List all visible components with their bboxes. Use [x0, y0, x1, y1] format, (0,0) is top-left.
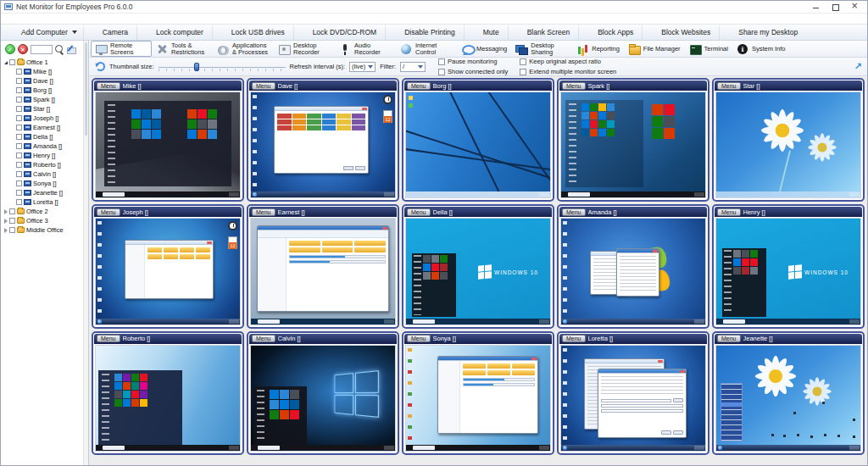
- maximize-icon[interactable]: [832, 3, 839, 11]
- remote-screen[interactable]: [715, 345, 861, 452]
- thumbnail-menu-button[interactable]: Menu: [252, 335, 275, 342]
- feature-tab[interactable]: Desktop Recorder: [274, 41, 335, 57]
- option-checkbox-row[interactable]: Extend multiple monitor screen: [520, 68, 616, 76]
- thumbnail-loretta[interactable]: Menu Loretta []: [557, 331, 709, 455]
- sidebar-computer-item[interactable]: Calvin []: [3, 169, 83, 179]
- thumbnail-menu-button[interactable]: Menu: [252, 82, 275, 90]
- feature-tab[interactable]: Audio Recorder: [335, 41, 396, 57]
- thumbnail-star[interactable]: Menu Star []: [712, 78, 865, 202]
- sidebar-computer-item[interactable]: Jeanette []: [3, 188, 83, 197]
- toolbar-button[interactable]: Lock USB drives: [214, 25, 294, 40]
- thumbnail-calvin[interactable]: Menu Calvin []: [247, 331, 399, 455]
- sidebar-group-office1[interactable]: Office 1: [3, 58, 83, 67]
- remote-screen[interactable]: [95, 92, 241, 198]
- remote-screen[interactable]: [250, 345, 396, 452]
- group-checkbox[interactable]: [9, 227, 15, 233]
- remote-screen[interactable]: [560, 218, 706, 325]
- computer-checkbox[interactable]: [16, 153, 22, 158]
- remote-screen[interactable]: [405, 345, 551, 452]
- computer-checkbox[interactable]: [16, 106, 22, 112]
- sidebar-group-item[interactable]: Office 2: [3, 207, 83, 216]
- toolbar-button[interactable]: Lock computer: [139, 25, 213, 40]
- computer-checkbox[interactable]: [16, 190, 22, 196]
- disconnect-all-icon[interactable]: ×: [18, 44, 28, 54]
- toolbar-button[interactable]: Block Websites: [644, 25, 720, 40]
- toolbar-button[interactable]: Camera: [86, 25, 137, 40]
- thumbnail-menu-button[interactable]: Menu: [717, 335, 741, 342]
- sidebar-scrollbar[interactable]: [83, 41, 88, 465]
- thumbnail-sonya[interactable]: Menu Sonya []: [402, 331, 554, 455]
- expander-open-icon[interactable]: [4, 61, 8, 64]
- thumbnail-roberto[interactable]: Menu Roberto []: [92, 331, 244, 455]
- thumbnail-dave[interactable]: Menu Dave [] 12: [247, 78, 399, 202]
- close-icon[interactable]: [851, 3, 859, 11]
- thumbnail-menu-button[interactable]: Menu: [562, 208, 586, 216]
- expander-closed-icon[interactable]: [4, 228, 8, 233]
- toolbar-button[interactable]: Disable Printing: [387, 25, 465, 40]
- feature-tab[interactable]: System Info: [732, 41, 790, 57]
- computer-checkbox[interactable]: [16, 78, 22, 84]
- feature-tab[interactable]: Desktop Sharing: [511, 41, 572, 57]
- remote-screen[interactable]: [560, 92, 706, 198]
- sidebar-computer-item[interactable]: Spark []: [3, 95, 83, 104]
- thumbnail-jeanette[interactable]: Menu Jeanette []: [712, 331, 865, 455]
- checkbox[interactable]: [520, 69, 526, 75]
- sidebar-computer-item[interactable]: Roberto []: [3, 160, 83, 169]
- sidebar-computer-item[interactable]: Dave []: [3, 76, 83, 86]
- thumbnail-menu-button[interactable]: Menu: [407, 335, 431, 342]
- remote-screen[interactable]: WINDOWS 10: [405, 218, 551, 325]
- thumbnail-joseph[interactable]: Menu Joseph [] 12: [92, 204, 244, 328]
- sidebar-computer-item[interactable]: Sonya []: [3, 179, 83, 188]
- sidebar-computer-item[interactable]: Henry []: [3, 151, 83, 160]
- sidebar-computer-item[interactable]: Earnest []: [3, 123, 83, 132]
- expander-closed-icon[interactable]: [4, 209, 8, 214]
- sidebar-search-input[interactable]: [31, 45, 53, 54]
- connect-all-icon[interactable]: ✓: [5, 44, 15, 54]
- remote-screen[interactable]: 12: [250, 92, 396, 198]
- remote-screen[interactable]: [560, 345, 706, 452]
- thumbnail-menu-button[interactable]: Menu: [562, 335, 586, 342]
- computer-checkbox[interactable]: [16, 199, 22, 205]
- sidebar-group-item[interactable]: Middle Office: [3, 225, 83, 235]
- thumbnail-amanda[interactable]: Menu Amanda []: [557, 204, 709, 328]
- group-checkbox[interactable]: [9, 218, 15, 224]
- feature-tab[interactable]: Internet Control: [396, 41, 457, 57]
- filter-select[interactable]: /: [400, 62, 426, 72]
- sidebar-computer-item[interactable]: Della []: [3, 132, 83, 141]
- sidebar-computer-item[interactable]: Borg []: [3, 86, 83, 95]
- remote-screen[interactable]: [405, 92, 551, 198]
- thumbnail-mike[interactable]: Menu Mike []: [92, 78, 244, 202]
- feature-tab[interactable]: Messaging: [457, 41, 511, 57]
- feature-tab[interactable]: Tools & Restrictions: [152, 41, 213, 57]
- thumbnail-menu-button[interactable]: Menu: [717, 82, 741, 90]
- thumbnail-menu-button[interactable]: Menu: [97, 335, 120, 342]
- toolbar-button[interactable]: Lock DVD/CD-ROM: [296, 25, 387, 40]
- feature-tab[interactable]: Remote Screens: [91, 41, 152, 57]
- computer-checkbox[interactable]: [16, 143, 22, 149]
- computer-checkbox[interactable]: [16, 162, 22, 168]
- thumbnail-menu-button[interactable]: Menu: [562, 82, 586, 90]
- thumbnail-borg[interactable]: Menu Borg []: [402, 78, 554, 202]
- sidebar-group-item[interactable]: Office 3: [3, 216, 83, 225]
- computer-checkbox[interactable]: [16, 171, 22, 177]
- remote-screen[interactable]: [715, 92, 861, 198]
- thumbnail-earnest[interactable]: Menu Earnest []: [247, 204, 399, 328]
- search-icon[interactable]: [55, 45, 64, 54]
- feature-tab[interactable]: Applications & Processes: [213, 41, 274, 57]
- feature-tab[interactable]: File Manager: [624, 41, 685, 57]
- thumbnail-menu-button[interactable]: Menu: [717, 208, 741, 216]
- computer-checkbox[interactable]: [16, 87, 22, 93]
- thumbnail-della[interactable]: Menu Della [] WINDOWS 10: [402, 204, 554, 328]
- group-checkbox[interactable]: [9, 208, 15, 214]
- feature-tab[interactable]: Reporting: [572, 41, 624, 57]
- computer-checkbox[interactable]: [16, 97, 22, 103]
- sidebar-computer-item[interactable]: Star []: [3, 104, 83, 114]
- toolbar-button[interactable]: Add Computer: [4, 25, 84, 40]
- thumbnail-spark[interactable]: Menu Spark []: [557, 78, 709, 202]
- computer-checkbox[interactable]: [16, 134, 22, 140]
- remote-screen[interactable]: WINDOWS 10: [715, 218, 861, 325]
- remote-screen[interactable]: [250, 218, 396, 325]
- computer-checkbox[interactable]: [16, 125, 22, 130]
- popout-arrow-icon[interactable]: ↗: [854, 62, 862, 71]
- edit-connection-icon[interactable]: [67, 45, 76, 54]
